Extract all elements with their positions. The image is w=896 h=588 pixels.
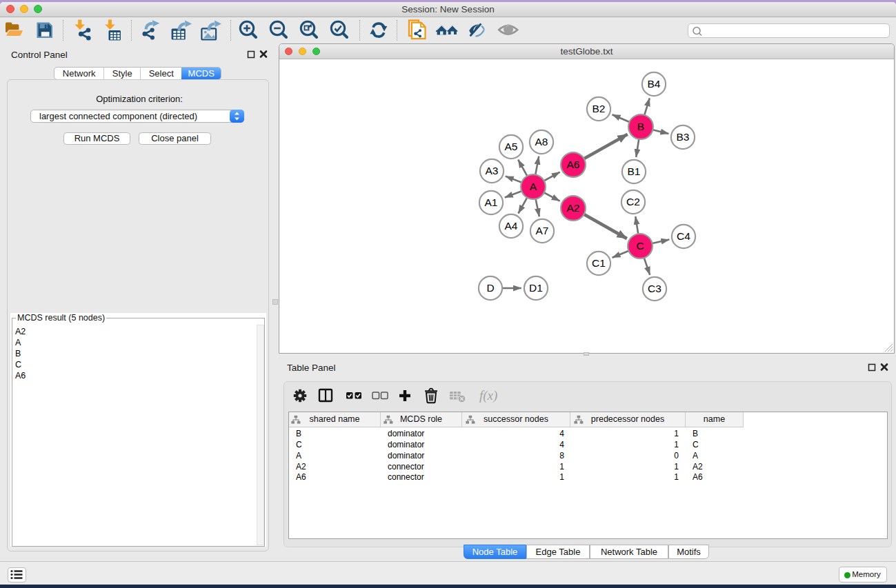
svg-text:B4: B4: [648, 78, 661, 90]
svg-text:A7: A7: [536, 225, 549, 236]
svg-text:C4: C4: [677, 230, 690, 242]
svg-text:A8: A8: [535, 136, 548, 148]
svg-text:A6: A6: [567, 159, 580, 170]
svg-text:B3: B3: [677, 131, 690, 143]
svg-text:A1: A1: [485, 196, 498, 208]
svg-text:A5: A5: [505, 141, 518, 152]
svg-text:A: A: [530, 181, 537, 192]
svg-text:A3: A3: [486, 165, 499, 176]
svg-text:A4: A4: [505, 220, 518, 232]
svg-text:A2: A2: [567, 202, 580, 214]
svg-text:f(x): f(x): [479, 388, 497, 403]
svg-text:C3: C3: [648, 283, 661, 294]
svg-text:B2: B2: [593, 103, 606, 114]
svg-text:C1: C1: [592, 257, 606, 269]
svg-text:D: D: [486, 282, 494, 294]
svg-text:B: B: [637, 121, 644, 132]
svg-text:D1: D1: [529, 282, 543, 294]
svg-text:C: C: [636, 240, 644, 252]
svg-text:C2: C2: [626, 196, 640, 207]
svg-text:B1: B1: [628, 165, 641, 177]
